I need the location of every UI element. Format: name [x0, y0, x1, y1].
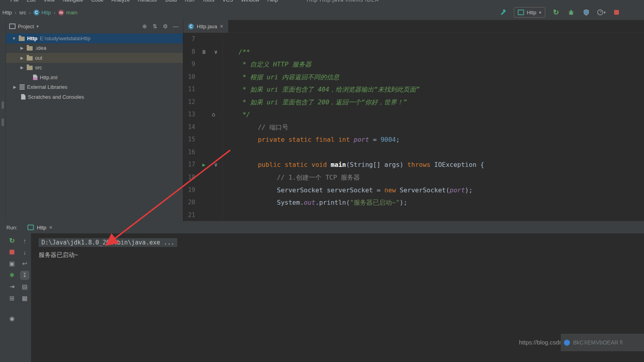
code-line-14[interactable]: 14 // 端口号	[183, 121, 644, 134]
gutter	[195, 33, 222, 46]
run-configuration-select[interactable]: Http ▾	[514, 7, 545, 18]
editor-tab-label: Http.java	[197, 23, 217, 29]
folder-icon	[19, 37, 25, 41]
breadcrumb-src[interactable]: src	[19, 10, 26, 16]
run-tab-http[interactable]: Http ×	[27, 224, 52, 231]
code-line-13[interactable]: 13⌂ */	[183, 108, 644, 121]
tree-row-out[interactable]: ▶ out	[6, 53, 183, 63]
line-number: 18	[183, 171, 195, 184]
code-line-8[interactable]: 8≣∨/**	[183, 46, 644, 59]
stop-square-icon	[10, 250, 14, 254]
close-icon[interactable]: ×	[220, 23, 223, 29]
expand-arrow-icon[interactable]: ▶	[20, 46, 24, 50]
tree-row-scratches[interactable]: Scratches and Consoles	[6, 92, 183, 102]
locate-file-icon[interactable]: ⊕	[141, 22, 149, 30]
gear-icon[interactable]: ⚙	[161, 22, 169, 30]
menu-item-tools[interactable]: Tools	[202, 0, 214, 3]
gutter	[195, 121, 222, 134]
code-line-17[interactable]: 17▶∨ public static void main(String[] ar…	[183, 158, 644, 171]
tree-row-root[interactable]: ▼ Http E:\study\webdata\Http	[6, 33, 183, 43]
editor-tab-http-java[interactable]: C Http.java ×	[183, 20, 228, 33]
code-line-21[interactable]: 21	[183, 209, 644, 221]
line-number: 10	[183, 71, 195, 84]
code-line-12[interactable]: 12 * 如果 uri 里面包含了 200，返回一个“你好，世界！”	[183, 96, 644, 109]
scroll-to-end-icon[interactable]: ↧	[21, 271, 29, 279]
hide-panel-icon[interactable]: —	[172, 22, 180, 30]
rerun-icon[interactable]: ↻	[8, 237, 16, 245]
menu-item-code[interactable]: Code	[91, 0, 104, 3]
code-text: // 1.创建一个 TCP 服务器	[222, 171, 644, 184]
code-line-16[interactable]: 16	[183, 146, 644, 159]
breadcrumb-method[interactable]: m main	[58, 10, 77, 16]
stop-button[interactable]	[612, 8, 621, 17]
menu-item-vcs[interactable]: VCS	[222, 0, 233, 3]
collapse-arrow-icon[interactable]: ▼	[12, 36, 16, 41]
breadcrumb-project[interactable]: Http	[2, 10, 12, 16]
scratches-icon	[21, 94, 25, 100]
menu-item-window[interactable]: Window	[241, 0, 259, 3]
coverage-button[interactable]	[582, 8, 591, 17]
run-gutter-icon[interactable]: ▶	[201, 158, 207, 171]
soft-wrap-icon[interactable]: ↩	[21, 260, 29, 268]
code-line-19[interactable]: 19 ServerSocket serverSocket = new Serve…	[183, 184, 644, 197]
editor-code[interactable]: 78≣∨/**9 * 自定义 HTTP 服务器10 * 根据 uri 内容返回不…	[183, 33, 644, 221]
code-line-7[interactable]: 7	[183, 33, 644, 46]
debug-button[interactable]	[567, 8, 575, 17]
rerun-button[interactable]: ↻	[552, 8, 560, 17]
print-icon[interactable]: ▤	[21, 283, 29, 291]
menu-item-build[interactable]: Build	[165, 0, 177, 3]
code-line-11[interactable]: 11 * 如果 uri 里面包含了 404，给浏览器输出“未找到此页面”	[183, 83, 644, 96]
breadcrumb-class[interactable]: C Http	[33, 10, 51, 16]
toolwindow-button[interactable]	[2, 119, 4, 126]
menu-item-analyze[interactable]: Analyze	[112, 0, 130, 3]
pin-icon[interactable]: ◉	[8, 315, 16, 323]
menu-item-edit[interactable]: Edit	[27, 0, 35, 3]
restart-icon[interactable]: ✱	[8, 271, 16, 279]
code-text: /**	[222, 46, 644, 59]
down-arrow-icon[interactable]: ↓	[21, 248, 29, 256]
menu-item-help[interactable]: Help	[267, 0, 278, 3]
code-line-9[interactable]: 9 * 自定义 HTTP 服务器	[183, 58, 644, 71]
code-line-15[interactable]: 15 private static final int port = 9004;	[183, 133, 644, 146]
close-icon[interactable]: ×	[49, 224, 52, 231]
file-icon	[33, 74, 37, 80]
tag-gutter-icon[interactable]: ∨	[213, 46, 219, 59]
code-line-18[interactable]: 18 // 1.创建一个 TCP 服务器	[183, 171, 644, 184]
profiler-button[interactable]: ▾	[597, 8, 606, 17]
chevron-down-icon[interactable]: ▾	[36, 24, 39, 29]
tree-row-external-libraries[interactable]: ▶ External Libraries	[6, 82, 183, 92]
menu-item-file[interactable]: File	[10, 0, 19, 3]
export-icon[interactable]: ⇥	[8, 283, 16, 291]
up-arrow-icon[interactable]: ↑	[21, 237, 29, 245]
expand-arrow-icon[interactable]: ▶	[12, 85, 17, 89]
clear-console-icon[interactable]: ▦	[21, 294, 29, 302]
toolwindow-button[interactable]	[2, 102, 4, 109]
project-panel-title[interactable]: Project	[18, 23, 34, 29]
stop-icon[interactable]	[8, 248, 16, 256]
code-text	[222, 209, 644, 221]
tree-row-idea[interactable]: ▶ .idea	[6, 43, 183, 53]
code-line-20[interactable]: 20 System.out.println("服务器已启动~");	[183, 196, 644, 209]
chevron-right-icon: ›	[15, 10, 16, 16]
menu-item-run[interactable]: Run	[185, 0, 194, 3]
console-command-line[interactable]: D:\Java\jdk1.8.0_201\bin\java.exe ...	[39, 238, 177, 247]
layout-icon[interactable]: ⊞	[8, 294, 16, 302]
expand-arrow-icon[interactable]: ▶	[20, 56, 24, 60]
tree-row-iml[interactable]: Http.iml	[6, 72, 183, 82]
build-hammer-icon[interactable]	[499, 8, 507, 17]
menu-item-navigate[interactable]: Navigate	[63, 0, 83, 3]
code-line-10[interactable]: 10 * 根据 uri 内容返回不同的信息	[183, 71, 644, 84]
tag-gutter-icon[interactable]: ∨	[213, 158, 219, 171]
tree-row-src[interactable]: ▶ src	[6, 63, 183, 73]
menu-item-view[interactable]: View	[43, 0, 55, 3]
toolwindow-stripe	[0, 233, 6, 362]
home-gutter-icon[interactable]: ⌂	[210, 108, 217, 121]
expand-arrow-icon[interactable]: ▶	[20, 65, 24, 70]
watermark-overlay: BkCXEMVbOEAR fi	[561, 334, 644, 351]
camera-icon[interactable]: ▣	[8, 260, 16, 268]
line-number: 7	[183, 33, 195, 46]
menu-item-refactor[interactable]: Refactor	[138, 0, 157, 3]
list-gutter-icon[interactable]: ≣	[201, 46, 207, 59]
gutter	[195, 58, 222, 71]
collapse-all-icon[interactable]: ⇅	[151, 22, 159, 30]
